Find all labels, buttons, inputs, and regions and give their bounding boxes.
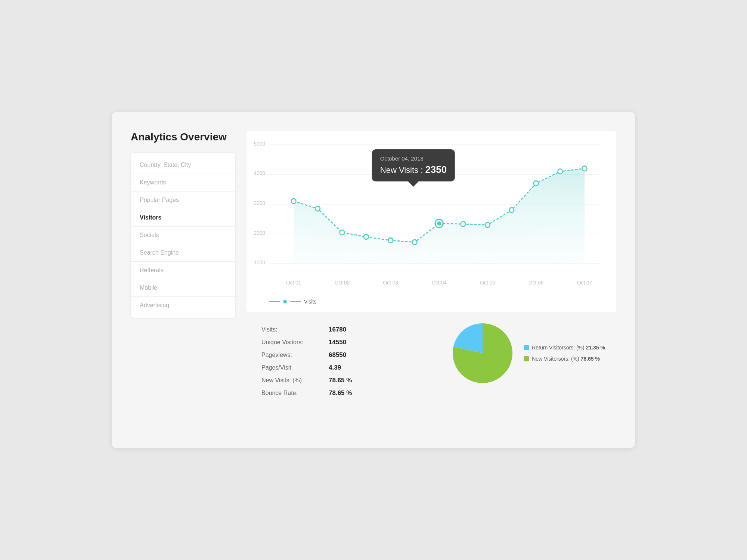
main-content: October 04, 2013 New Visits : 2350 5000 …: [247, 131, 616, 429]
stat-row: New Visits: (%)78.65 %: [261, 374, 438, 387]
legend-label: Visits: [304, 299, 316, 305]
pie-legend-item: New Visitorsors: (%) 78.65 %: [524, 356, 605, 362]
sidebar: Analytics Overview Country, State, CityK…: [131, 131, 235, 429]
svg-text:5000: 5000: [254, 141, 266, 147]
stat-value: 16780: [329, 326, 346, 333]
pie-legend-color-swatch: [524, 345, 529, 350]
legend-line2-icon: [290, 301, 301, 302]
svg-text:Oct 07: Oct 07: [577, 280, 592, 286]
stat-row: Visits:16780: [261, 323, 438, 336]
svg-text:1000: 1000: [254, 259, 266, 265]
svg-point-25: [437, 221, 441, 225]
svg-text:3000: 3000: [254, 200, 266, 206]
svg-point-20: [340, 230, 345, 235]
stat-label: Pageviews:: [261, 352, 329, 358]
bottom-section: Visits:16780Unique Visitors:14550Pagevie…: [247, 323, 616, 399]
chart-container: October 04, 2013 New Visits : 2350 5000 …: [247, 131, 616, 312]
svg-point-30: [558, 169, 562, 174]
svg-point-23: [412, 240, 417, 245]
svg-point-28: [509, 208, 514, 212]
svg-point-27: [485, 223, 490, 227]
page-title: Analytics Overview: [131, 131, 235, 143]
svg-text:Oct 06: Oct 06: [529, 280, 544, 286]
svg-text:Oct 02: Oct 02: [335, 280, 350, 286]
nav-panel: Country, State, CityKeywordsPopular Page…: [131, 153, 235, 318]
svg-text:Oct 01: Oct 01: [286, 280, 301, 286]
stat-label: Bounce Rate:: [261, 390, 329, 396]
stat-value: 78.65 %: [329, 377, 352, 384]
svg-point-29: [534, 181, 539, 186]
stat-value: 4.39: [329, 364, 341, 371]
svg-text:2000: 2000: [254, 230, 266, 236]
svg-point-31: [582, 166, 587, 171]
sidebar-item-keywords[interactable]: Keywords: [131, 174, 235, 192]
stats-table: Visits:16780Unique Visitors:14550Pagevie…: [247, 323, 438, 399]
svg-point-26: [461, 221, 466, 226]
svg-point-21: [364, 234, 369, 239]
stat-label: Pages/Visit: [261, 364, 329, 371]
sidebar-item-popular-pages[interactable]: Popular Pages: [131, 192, 235, 209]
stat-row: Bounce Rate:78.65 %: [261, 387, 438, 399]
stat-row: Pageviews:68550: [261, 349, 438, 361]
svg-text:Oct 05: Oct 05: [480, 280, 495, 286]
stat-row: Pages/Visit4.39: [261, 361, 438, 374]
sidebar-item-advertising[interactable]: Advertising: [131, 297, 235, 314]
sidebar-item-mobile[interactable]: Mobile: [131, 279, 235, 297]
sidebar-item-country[interactable]: Country, State, City: [131, 156, 235, 174]
line-chart: 5000 4000 3000 2000 1000 Oct 01 Oct 02 O…: [250, 138, 605, 295]
sidebar-item-socials[interactable]: Socials: [131, 227, 235, 244]
stat-value: 14550: [329, 339, 346, 346]
stat-label: Visits:: [261, 326, 329, 333]
pie-legend-text: New Visitorsors: (%) 78.65 %: [532, 356, 600, 362]
svg-point-18: [291, 199, 296, 203]
dashboard: Analytics Overview Country, State, CityK…: [112, 112, 635, 448]
stat-label: New Visits: (%): [261, 377, 329, 384]
stat-value: 78.65 %: [329, 389, 352, 397]
pie-legend-item: Return Visitorsors: (%) 21.35 %: [524, 345, 605, 351]
pie-legend-color-swatch: [524, 356, 529, 361]
svg-marker-17: [294, 168, 585, 264]
sidebar-item-search-engine[interactable]: Search Engine: [131, 244, 235, 262]
sidebar-item-referrals[interactable]: Refferals: [131, 262, 235, 279]
svg-text:4000: 4000: [254, 170, 266, 176]
pie-section: Return Visitorsors: (%) 21.35 %New Visit…: [453, 323, 616, 383]
chart-legend: Visits: [269, 299, 605, 305]
stat-row: Unique Visitors:14550: [261, 336, 438, 349]
stat-label: Unique Visitors:: [261, 339, 329, 346]
legend-dot-icon: [283, 300, 287, 304]
pie-legend: Return Visitorsors: (%) 21.35 %New Visit…: [524, 345, 605, 362]
svg-point-22: [388, 238, 393, 243]
svg-text:Oct 03: Oct 03: [383, 280, 399, 286]
svg-text:Oct 04: Oct 04: [431, 280, 447, 286]
pie-legend-text: Return Visitorsors: (%) 21.35 %: [532, 345, 605, 351]
legend-line-icon: [269, 301, 280, 302]
svg-point-19: [315, 206, 320, 211]
pie-chart: [453, 323, 512, 383]
chart-wrapper: October 04, 2013 New Visits : 2350 5000 …: [250, 138, 605, 295]
sidebar-item-visitors[interactable]: Visitors: [131, 209, 235, 227]
stat-value: 68550: [329, 351, 346, 359]
